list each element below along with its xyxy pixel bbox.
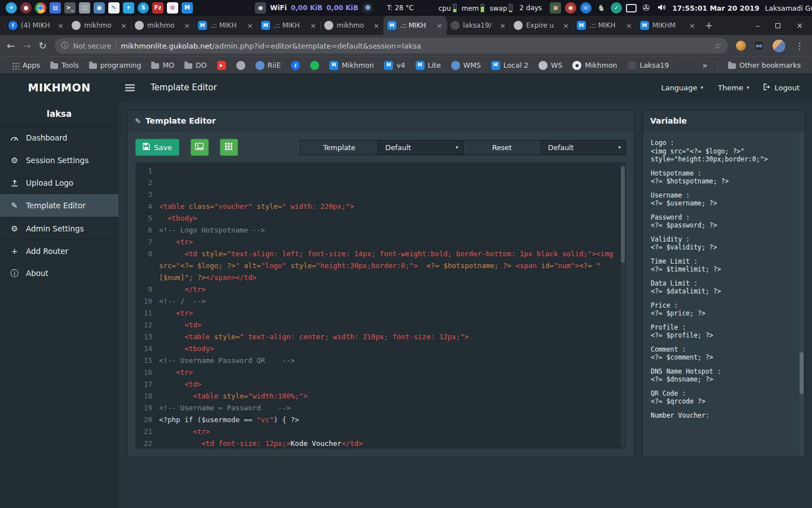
tab-close-icon[interactable]: ×: [247, 21, 253, 30]
browser-tab[interactable]: mikhmo×: [131, 16, 194, 35]
template-select[interactable]: Default▾: [378, 141, 462, 155]
code-line-2[interactable]: 2: [135, 177, 620, 189]
bookmark-item[interactable]: WMS: [447, 59, 486, 72]
monitor-widget-icon[interactable]: ☻: [362, 2, 373, 14]
screenshot-tool-icon[interactable]: ▣: [550, 2, 561, 14]
url-text[interactable]: mikhmonlite.gukolab.net/admin.php?id=edi…: [121, 42, 421, 50]
code-line-12[interactable]: 12 <td>: [135, 319, 620, 331]
paint-icon[interactable]: ✿: [167, 2, 178, 14]
mikhmon-app-icon[interactable]: M: [182, 2, 193, 14]
bookmark-item[interactable]: programing: [85, 59, 146, 71]
back-button[interactable]: ←: [7, 41, 15, 51]
sidebar-item-upload-logo[interactable]: Upload Logo: [0, 172, 118, 194]
tab-close-icon[interactable]: ×: [373, 21, 379, 30]
code-line-19[interactable]: 19<!-- Username = Password -->: [135, 402, 620, 414]
tab-close-icon[interactable]: ×: [436, 21, 443, 30]
bookmark-item[interactable]: Tools: [46, 59, 83, 71]
editor-scrollbar[interactable]: [621, 164, 625, 447]
file-manager-icon[interactable]: ▢: [79, 2, 90, 14]
browser-menu-icon[interactable]: ⋮: [794, 41, 805, 51]
browser-tab[interactable]: M.:: MIKH×: [257, 16, 320, 35]
upload-image-button[interactable]: [191, 139, 209, 156]
tab-close-icon[interactable]: ×: [689, 21, 695, 30]
bookmark-item[interactable]: WS: [534, 59, 567, 72]
gedit-icon[interactable]: ✎: [108, 2, 120, 14]
code-line-6[interactable]: 6<!-- Logo Hotspotname -->: [135, 224, 620, 236]
address-bar[interactable]: ⓘ Not secure mikhmonlite.gukolab.net/adm…: [55, 38, 728, 54]
code-line-7[interactable]: 7 <tr>: [135, 236, 620, 248]
sidebar-item-dashboard[interactable]: Dashboard: [0, 126, 118, 149]
close-button[interactable]: ×: [796, 21, 803, 30]
tab-close-icon[interactable]: ×: [184, 21, 190, 30]
variable-scrollbar[interactable]: [800, 134, 804, 455]
code-line-18[interactable]: 18 <table style="width:100%;">: [135, 390, 620, 402]
browser-tab[interactable]: M.:: MIKH×: [383, 16, 447, 35]
forward-button[interactable]: →: [23, 41, 30, 51]
telegram-icon-2[interactable]: ✈: [123, 2, 134, 14]
bookmark-star-icon[interactable]: ☆: [714, 41, 721, 50]
browser-tab[interactable]: MMIKHM×: [636, 16, 699, 35]
browser-tab[interactable]: M.:: MIKH×: [194, 16, 257, 35]
browser-tab[interactable]: mikhmo×: [320, 16, 383, 35]
code-line-4[interactable]: 4<table class="voucher" style=" width: 2…: [135, 200, 620, 212]
bookmark-item[interactable]: Mv4: [379, 59, 409, 72]
new-tab-button[interactable]: +: [701, 18, 716, 33]
theme-menu[interactable]: Theme▾: [718, 84, 749, 92]
language-menu[interactable]: Language▾: [661, 84, 703, 92]
display-icon[interactable]: [626, 4, 637, 12]
tab-close-icon[interactable]: ×: [626, 21, 632, 30]
other-bookmarks-button[interactable]: Other bookmarks: [723, 59, 805, 71]
chat-badge-icon[interactable]: ☏: [580, 2, 592, 14]
code-line-9[interactable]: 9 </tr>: [135, 283, 620, 295]
tab-close-icon[interactable]: ×: [500, 21, 506, 30]
sidebar-item-add-router[interactable]: +Add Router: [0, 239, 118, 262]
code-line-15[interactable]: 15<!-- Username Password QR -->: [135, 354, 620, 366]
code-line-14[interactable]: 14 <tbody>: [135, 343, 620, 354]
code-line-10[interactable]: 10<!-- / -->: [135, 295, 620, 307]
bookmark-item[interactable]: MLite: [411, 59, 445, 72]
filezilla-icon[interactable]: Fz: [152, 2, 164, 14]
browser-tab[interactable]: laksa19/×: [447, 16, 510, 35]
brave-icon[interactable]: ●: [20, 2, 32, 14]
logout-button[interactable]: Logout: [764, 84, 800, 92]
code-line-5[interactable]: 5 <tbody>: [135, 212, 620, 224]
scrollbar-thumb[interactable]: [800, 352, 804, 394]
code-line-20[interactable]: 20<?php if ($usermode == "vc") { ?>: [135, 414, 620, 426]
dragon-icon[interactable]: ♞: [595, 2, 607, 14]
maximize-button[interactable]: [775, 23, 780, 28]
code-line-1[interactable]: 1: [135, 165, 620, 177]
user-label[interactable]: Laksamadi Guko: [765, 4, 812, 12]
browser-tab[interactable]: M.:: MIKH×: [573, 16, 636, 35]
extension-icon-2[interactable]: oo: [754, 41, 764, 51]
terminal-icon[interactable]: >_: [64, 2, 76, 14]
software-center-icon[interactable]: ▤: [50, 2, 61, 14]
paperclip-icon[interactable]: ✇: [641, 2, 652, 14]
reload-button[interactable]: ↻: [39, 41, 47, 51]
browser-tab[interactable]: mikhmo×: [68, 16, 131, 35]
minimize-button[interactable]: –: [756, 21, 760, 30]
text-editor-icon[interactable]: ▣: [94, 2, 105, 14]
bookmark-item[interactable]: Laksa19: [623, 59, 674, 72]
code-line-21[interactable]: 21 <tr>: [135, 426, 620, 437]
bookmark-item[interactable]: DO: [180, 59, 211, 71]
scrollbar-thumb[interactable]: [621, 167, 625, 262]
bookmark-item[interactable]: ●Mikhmon: [568, 59, 621, 72]
record-icon[interactable]: ◉: [565, 2, 576, 14]
sidebar-item-admin-settings[interactable]: ⚙Admin Settings: [0, 217, 118, 239]
volume-icon[interactable]: [657, 3, 667, 13]
profile-avatar[interactable]: [772, 39, 786, 53]
browser-tab[interactable]: Expire u×: [510, 16, 573, 35]
bookmark-item[interactable]: MLocal 2: [487, 59, 533, 72]
code-editor[interactable]: 1234<table class="voucher" style=" width…: [135, 163, 626, 449]
tab-close-icon[interactable]: ×: [563, 21, 569, 30]
bookmark-item[interactable]: RiiE: [251, 59, 286, 72]
bookmarks-overflow-icon[interactable]: »: [698, 61, 712, 70]
reset-label[interactable]: Reset: [463, 141, 541, 155]
code-line-11[interactable]: 11 <tr>: [135, 307, 620, 319]
bookmark-item[interactable]: MO: [147, 59, 179, 71]
bookmark-item[interactable]: MMikhmon: [325, 59, 378, 72]
brand-logo[interactable]: MIKHMON: [0, 81, 118, 94]
camera-icon[interactable]: ◉: [255, 2, 266, 14]
extension-icon[interactable]: [736, 41, 746, 51]
tab-close-icon[interactable]: ×: [58, 21, 64, 30]
